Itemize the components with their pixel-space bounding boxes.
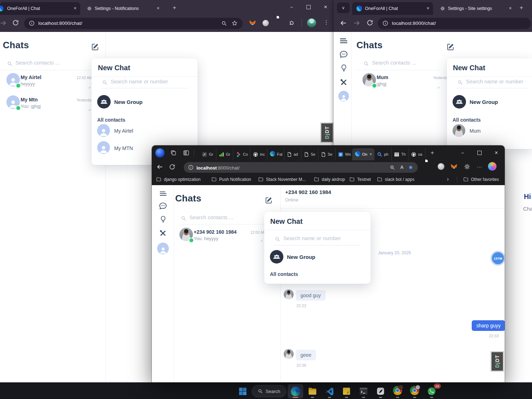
new-group-label[interactable]: New Group bbox=[470, 99, 498, 105]
status-lightbulb-icon[interactable] bbox=[159, 215, 167, 223]
tools-nav-icon[interactable] bbox=[159, 229, 167, 237]
zoom-icon[interactable] bbox=[221, 21, 227, 26]
close-tab-icon[interactable]: × bbox=[509, 5, 512, 11]
new-group-icon[interactable] bbox=[453, 95, 466, 109]
profile-nav-icon[interactable] bbox=[338, 91, 349, 101]
address-bar[interactable]: localhost:8000/chat/ bbox=[378, 18, 531, 29]
new-group-label[interactable]: New Group bbox=[114, 99, 143, 105]
taskbar-explorer[interactable] bbox=[305, 384, 320, 398]
close-tab-icon[interactable]: × bbox=[74, 5, 77, 11]
extension-gray-icon[interactable] bbox=[438, 163, 444, 170]
popup-search-input[interactable] bbox=[465, 78, 529, 85]
compose-icon[interactable] bbox=[265, 196, 273, 204]
forward-icon[interactable] bbox=[0, 19, 7, 27]
info-icon[interactable] bbox=[29, 20, 35, 26]
browser-tab[interactable]: Se bbox=[301, 148, 318, 160]
favorite-star-icon[interactable] bbox=[408, 165, 414, 170]
metamask-icon[interactable] bbox=[249, 20, 256, 27]
tab-stack-icon[interactable] bbox=[170, 150, 177, 156]
bookmark-item[interactable]: django optimization bbox=[156, 177, 200, 182]
url-text[interactable]: localhost:8000/chat/ bbox=[196, 165, 239, 171]
extension-gear-icon[interactable] bbox=[464, 164, 470, 170]
back-icon[interactable] bbox=[156, 163, 164, 171]
address-bar[interactable]: localhost:8000/chat/ A bbox=[184, 162, 418, 173]
taskbar-sticky-notes[interactable] bbox=[339, 384, 354, 398]
minimize-button[interactable]: − bbox=[454, 145, 471, 160]
compose-icon[interactable] bbox=[446, 43, 455, 51]
close-tab-icon[interactable]: × bbox=[370, 152, 372, 157]
bookmark-item[interactable]: slack bot / apps bbox=[377, 177, 414, 182]
bookmark-item[interactable]: Push Notification bbox=[211, 177, 251, 182]
tab-settings-site[interactable]: Settings - Site settings × bbox=[435, 2, 515, 15]
tools-nav-icon[interactable] bbox=[339, 78, 348, 87]
browser-tab[interactable]: ad bbox=[284, 148, 301, 160]
extension-badge[interactable]: 157M bbox=[492, 252, 504, 264]
profile-avatar[interactable] bbox=[307, 18, 316, 27]
browser-tab[interactable]: Fal bbox=[267, 148, 284, 160]
chats-nav-icon[interactable] bbox=[339, 50, 349, 59]
close-window-button[interactable]: × bbox=[317, 0, 334, 14]
new-tab-icon[interactable]: + bbox=[173, 4, 176, 11]
info-icon[interactable] bbox=[188, 165, 194, 170]
close-window-button[interactable]: × bbox=[488, 145, 505, 160]
read-aloud-icon[interactable]: A bbox=[400, 165, 404, 170]
tab-oneforall-chat[interactable]: OneForAll | Chat × bbox=[352, 2, 433, 15]
info-icon[interactable] bbox=[382, 20, 388, 26]
search-input[interactable] bbox=[189, 214, 250, 221]
chevron-right-icon[interactable]: › bbox=[447, 176, 449, 182]
profile-nav-icon[interactable] bbox=[157, 243, 169, 254]
taskbar-white-app[interactable] bbox=[373, 384, 388, 398]
bookmark-item[interactable]: Testnet bbox=[349, 177, 371, 182]
address-bar[interactable]: localhost:8000/chat/ bbox=[24, 18, 243, 29]
browser-tab[interactable]: Gr bbox=[199, 148, 216, 160]
new-group-icon[interactable] bbox=[270, 250, 283, 264]
copilot-icon[interactable] bbox=[488, 162, 497, 171]
popup-search-input[interactable] bbox=[283, 235, 359, 242]
bookmark-star-icon[interactable] bbox=[232, 20, 238, 26]
popup-search-input[interactable] bbox=[110, 78, 186, 85]
taskbar-start[interactable] bbox=[235, 384, 250, 398]
django-debug-toolbar-handle[interactable]: DjDT bbox=[320, 122, 334, 143]
close-tab-icon[interactable]: × bbox=[427, 5, 430, 11]
bookmark-item[interactable]: daily airdrop bbox=[314, 177, 345, 182]
workspaces-brain-icon[interactable] bbox=[155, 148, 165, 157]
zoom-icon[interactable] bbox=[390, 165, 395, 170]
bookmark-item[interactable]: Stack November M... bbox=[258, 177, 306, 182]
search-input[interactable] bbox=[371, 59, 419, 66]
browser-tab[interactable]: Gr bbox=[216, 148, 233, 160]
split-screen-icon[interactable] bbox=[183, 150, 189, 156]
extensions-puzzle-icon[interactable] bbox=[289, 20, 295, 26]
taskbar-terminal[interactable] bbox=[356, 384, 371, 398]
status-lightbulb-icon[interactable] bbox=[340, 63, 348, 72]
tab-oneforall-chat[interactable]: OneForAll | Chat × bbox=[0, 2, 80, 15]
taskbar-chrome-profile-2[interactable] bbox=[407, 384, 422, 398]
reload-icon[interactable] bbox=[169, 164, 176, 170]
reload-icon[interactable] bbox=[12, 19, 19, 26]
new-tab-icon[interactable]: + bbox=[520, 4, 523, 11]
taskbar-search[interactable]: Search bbox=[252, 384, 286, 398]
back-icon[interactable] bbox=[339, 19, 347, 27]
other-favorites-button[interactable]: Other favorites bbox=[463, 177, 499, 182]
menu-kebab-icon[interactable]: ⋮ bbox=[323, 19, 329, 26]
maximize-button[interactable] bbox=[300, 0, 317, 14]
compose-icon[interactable] bbox=[91, 43, 99, 51]
browser-tab-active[interactable]: On× bbox=[353, 148, 375, 160]
browser-tab[interactable]: Se bbox=[318, 148, 336, 160]
taskbar-chrome-profile-1[interactable] bbox=[390, 384, 405, 398]
browser-tab[interactable]: Co bbox=[233, 148, 250, 160]
tab-settings-notifications[interactable]: Settings - Notifications × bbox=[82, 2, 164, 15]
search-input[interactable] bbox=[15, 59, 84, 66]
browser-tab[interactable]: ph bbox=[375, 148, 392, 160]
browser-tab[interactable]: We bbox=[336, 148, 353, 160]
forward-icon[interactable] bbox=[353, 19, 361, 27]
taskbar-whatsapp[interactable]: 88 bbox=[424, 384, 439, 398]
toolbar-overflow-icon[interactable]: … bbox=[477, 162, 482, 168]
browser-tab[interactable]: sa bbox=[409, 148, 426, 160]
new-tab-icon[interactable]: + bbox=[431, 149, 434, 156]
taskbar-vscode[interactable] bbox=[322, 384, 337, 398]
taskbar-edge[interactable] bbox=[288, 384, 303, 398]
browser-tab[interactable]: inc bbox=[250, 148, 267, 160]
chats-nav-icon[interactable] bbox=[158, 201, 168, 210]
metamask-icon[interactable] bbox=[450, 163, 458, 170]
django-debug-toolbar-handle[interactable]: DjDT bbox=[491, 351, 504, 372]
